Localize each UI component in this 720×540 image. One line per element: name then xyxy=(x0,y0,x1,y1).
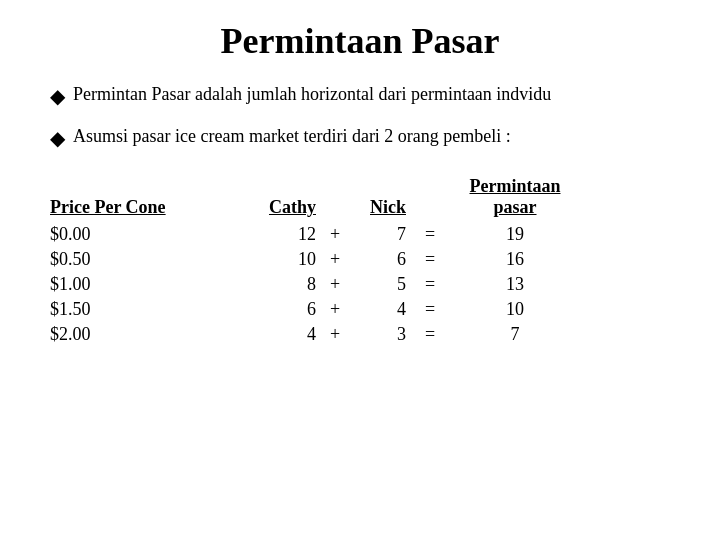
col-header-cathy: Cathy xyxy=(250,174,320,222)
bullet-2-section: ◆ Asumsi pasar ice cream market terdiri … xyxy=(40,124,680,152)
bullet-1-content: Permintan Pasar adalah jumlah horizontal… xyxy=(73,82,551,107)
cell-plus-1: + xyxy=(320,247,350,272)
col-header-plus xyxy=(320,174,350,222)
cell-price-2: $1.00 xyxy=(50,272,250,297)
cell-cathy-3: 6 xyxy=(250,297,320,322)
page-title: Permintaan Pasar xyxy=(40,20,680,62)
bullet-2-icon: ◆ xyxy=(50,124,65,152)
cell-plus-4: + xyxy=(320,322,350,347)
col-header-eq xyxy=(410,174,450,222)
cell-eq-3: = xyxy=(410,297,450,322)
cell-nick-2: 5 xyxy=(350,272,410,297)
cell-cathy-2: 8 xyxy=(250,272,320,297)
cell-nick-3: 4 xyxy=(350,297,410,322)
demand-table: Price Per Cone Cathy Nick Permintaan pas… xyxy=(50,174,580,347)
col-header-market: Permintaan pasar xyxy=(450,174,580,222)
cell-market-4: 7 xyxy=(450,322,580,347)
cell-cathy-4: 4 xyxy=(250,322,320,347)
cell-plus-3: + xyxy=(320,297,350,322)
bullet-1-section: ◆ Permintan Pasar adalah jumlah horizont… xyxy=(40,82,680,110)
cell-market-0: 19 xyxy=(450,222,580,247)
col-header-nick: Nick xyxy=(350,174,410,222)
cell-eq-2: = xyxy=(410,272,450,297)
cell-market-3: 10 xyxy=(450,297,580,322)
table-row: $1.00 8 + 5 = 13 xyxy=(50,272,580,297)
col-header-price: Price Per Cone xyxy=(50,174,250,222)
cell-eq-4: = xyxy=(410,322,450,347)
cell-price-4: $2.00 xyxy=(50,322,250,347)
cell-price-1: $0.50 xyxy=(50,247,250,272)
bullet-2-text: ◆ Asumsi pasar ice cream market terdiri … xyxy=(50,124,680,152)
cell-plus-2: + xyxy=(320,272,350,297)
cell-nick-1: 6 xyxy=(350,247,410,272)
cell-nick-0: 7 xyxy=(350,222,410,247)
cell-market-1: 16 xyxy=(450,247,580,272)
page: Permintaan Pasar ◆ Permintan Pasar adala… xyxy=(0,0,720,540)
bullet-1-text: ◆ Permintan Pasar adalah jumlah horizont… xyxy=(50,82,680,110)
cell-price-3: $1.50 xyxy=(50,297,250,322)
bullet-1-icon: ◆ xyxy=(50,82,65,110)
demand-table-section: Price Per Cone Cathy Nick Permintaan pas… xyxy=(40,174,680,347)
cell-price-0: $0.00 xyxy=(50,222,250,247)
cell-nick-4: 3 xyxy=(350,322,410,347)
cell-cathy-1: 10 xyxy=(250,247,320,272)
table-body: $0.00 12 + 7 = 19 $0.50 10 + 6 = 16 $1.0… xyxy=(50,222,580,347)
table-row: $2.00 4 + 3 = 7 xyxy=(50,322,580,347)
table-header-row: Price Per Cone Cathy Nick Permintaan pas… xyxy=(50,174,580,222)
table-row: $1.50 6 + 4 = 10 xyxy=(50,297,580,322)
cell-cathy-0: 12 xyxy=(250,222,320,247)
bullet-2-content: Asumsi pasar ice cream market terdiri da… xyxy=(73,124,511,149)
cell-plus-0: + xyxy=(320,222,350,247)
cell-eq-1: = xyxy=(410,247,450,272)
cell-eq-0: = xyxy=(410,222,450,247)
cell-market-2: 13 xyxy=(450,272,580,297)
table-row: $0.50 10 + 6 = 16 xyxy=(50,247,580,272)
table-row: $0.00 12 + 7 = 19 xyxy=(50,222,580,247)
